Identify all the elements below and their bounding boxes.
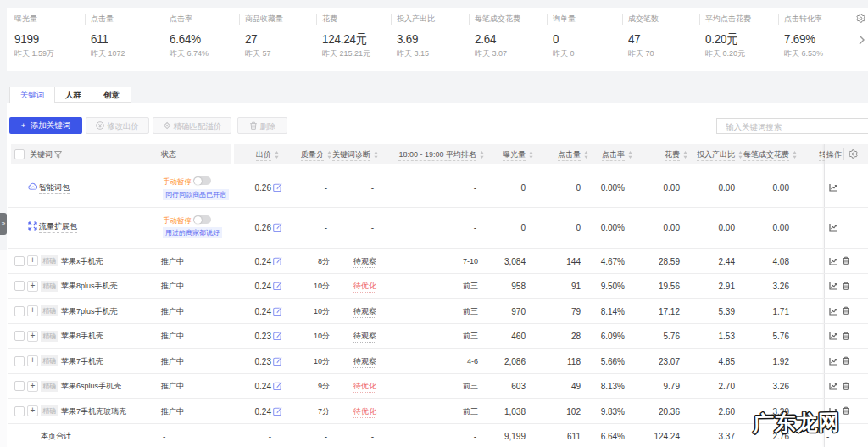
- svg-text:广东龙网: 广东龙网: [752, 410, 839, 435]
